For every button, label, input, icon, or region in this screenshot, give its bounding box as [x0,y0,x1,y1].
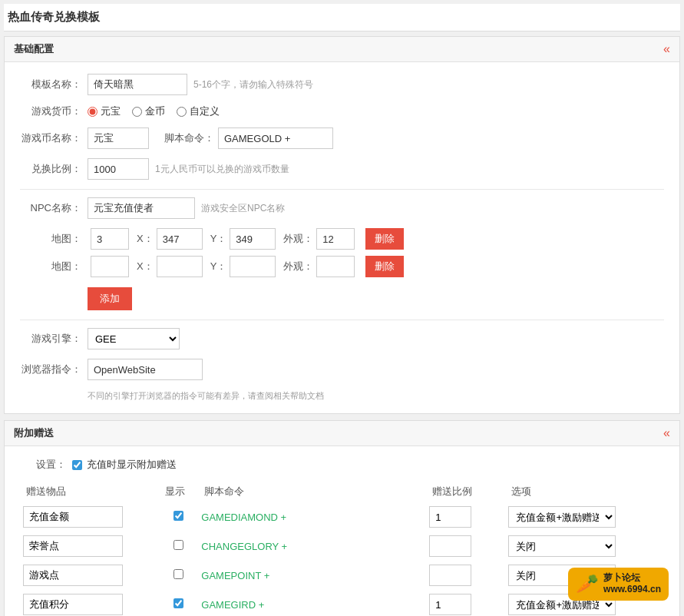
bonus-script-cell-3: GAMEPOINT + [198,561,426,590]
bonus-config-header: 附加赠送 « [5,421,679,446]
exchange-ratio-label: 兑换比例： [20,162,81,176]
x-input-1[interactable] [157,228,203,250]
bonus-ratio-cell-4 [426,590,505,616]
bonus-item-name-cell-3 [20,561,159,590]
bonus-config-collapse-icon[interactable]: « [663,426,670,440]
bonus-display-cell-3 [159,561,199,590]
currency-custom[interactable]: 自定义 [177,104,220,118]
map-row-2: 地图： X： Y： 外观： 删除 [20,256,664,277]
game-currency-row: 游戏货币： 元宝 金币 自定义 [20,104,664,118]
bonus-ratio-input-2[interactable] [429,535,471,557]
x-input-2[interactable] [157,256,203,277]
bonus-option-select-1[interactable]: 充值金额+激励赠送 充值金额 关闭 [508,506,616,528]
basic-config-collapse-icon[interactable]: « [663,42,670,56]
bonus-show-checkbox[interactable] [72,460,82,470]
engine-select[interactable]: GEE WYD MIR [88,328,180,349]
bonus-option-select-2[interactable]: 关闭 充值金额+激励赠送 充值金额 [508,535,616,557]
bonus-script-cmd-2: CHANGEGLORY + [201,541,287,552]
bonus-item-name-input-3[interactable] [23,565,123,586]
browser-hint: 不同的引擎打开浏览器的指令可能有差异，请查阅相关帮助文档 [88,391,324,400]
col-gift-name: 赠送物品 [20,481,159,502]
basic-config-section: 基础配置 « 模板名称： 5-16个字，请勿输入特殊符号 游戏货币： 元宝 [4,36,680,414]
bonus-script-cell-1: GAMEDIAMOND + [198,502,426,532]
bonus-script-cell-2: CHANGEGLORY + [198,532,426,561]
map-row-1: 地图： X： Y： 外观： 删除 [20,228,664,250]
npc-name-row: NPC名称： 游戏安全区NPC名称 [20,197,664,219]
bonus-ratio-input-4[interactable] [429,594,471,615]
currency-yuanbao[interactable]: 元宝 [88,104,121,118]
bonus-settings-label: 设置： [20,458,66,472]
bonus-script-cmd-3: GAMEPOINT + [201,570,269,581]
add-npc-container: 添加 [88,283,664,310]
browser-cmd-label: 浏览器指令： [20,363,81,376]
exchange-ratio-hint: 1元人民币可以兑换的游戏币数量 [155,163,289,176]
bonus-display-cell-1 [159,502,199,532]
currency-radio-group: 元宝 金币 自定义 [88,104,220,118]
x-label-1: X： [137,232,154,246]
currency-jingbi-radio[interactable] [132,107,142,117]
bonus-ratio-cell-2 [426,532,505,561]
appearance-input-1[interactable] [316,228,355,250]
bonus-item-name-input-1[interactable] [23,506,123,528]
currency-name-input[interactable] [88,128,149,149]
bonus-show-checkbox-container: 充值时显示附加赠送 [72,458,177,472]
bonus-item-name-cell-1 [20,502,159,532]
script-cmd-label: 脚本命令： [164,131,214,145]
add-npc-btn[interactable]: 添加 [88,287,132,310]
script-cmd-input[interactable] [218,128,333,149]
bonus-settings-row: 设置： 充值时显示附加赠送 [20,458,664,472]
currency-jingbi-label: 金币 [145,104,165,118]
bonus-ratio-input-3[interactable] [429,565,471,586]
table-row: CHANGEGLORY + 关闭 充值金额+激励赠送 充值金额 [20,532,664,561]
game-currency-label: 游戏货币： [20,104,81,118]
bonus-script-cell-4: GAMEGIRD + [198,590,426,616]
currency-jingbi[interactable]: 金币 [132,104,165,118]
divider-1 [20,189,664,190]
bonus-display-checkbox-4[interactable] [173,598,183,608]
bonus-option-select-4[interactable]: 充值金额+激励赠送 充值金额 关闭 [508,594,616,615]
browser-hint-container: 不同的引擎打开浏览器的指令可能有差异，请查阅相关帮助文档 [88,389,664,402]
bonus-table: 赠送物品 显示 脚本命令 赠送比例 选项 [20,481,664,616]
y-input-1[interactable] [230,228,276,250]
bonus-option-select-3[interactable]: 关闭 充值金额+激励赠送 充值金额 [508,565,616,586]
exchange-ratio-row: 兑换比例： 1元人民币可以兑换的游戏币数量 [20,158,664,180]
map-input-2[interactable] [91,256,129,277]
col-options: 选项 [505,481,664,502]
bonus-item-name-cell-2 [20,532,159,561]
appearance-input-2[interactable] [316,256,355,277]
npc-name-hint: 游戏安全区NPC名称 [201,202,285,215]
bonus-display-cell-4 [159,590,199,616]
bonus-display-checkbox-1[interactable] [173,511,183,521]
bonus-item-name-input-2[interactable] [23,535,123,557]
npc-name-input[interactable] [88,197,195,219]
bonus-header-row: 赠送物品 显示 脚本命令 赠送比例 选项 [20,481,664,502]
delete-btn-1[interactable]: 删除 [365,228,404,250]
template-name-row: 模板名称： 5-16个字，请勿输入特殊符号 [20,74,664,95]
bonus-display-checkbox-3[interactable] [173,569,183,579]
map-label-1: 地图： [20,232,81,246]
map-input-1[interactable] [91,228,129,250]
y-label-1: Y： [210,232,227,246]
exchange-ratio-input[interactable] [88,158,149,180]
map-label-2: 地图： [20,260,81,273]
currency-custom-radio[interactable] [177,107,187,117]
engine-label: 游戏引擎： [20,332,81,346]
template-name-label: 模板名称： [20,78,81,91]
engine-row: 游戏引擎： GEE WYD MIR [20,328,664,349]
bonus-script-cmd-4: GAMEGIRD + [201,599,264,611]
template-name-input[interactable] [88,74,187,95]
delete-btn-2[interactable]: 删除 [365,256,404,277]
currency-yuanbao-label: 元宝 [101,104,121,118]
bonus-ratio-input-1[interactable] [429,506,471,528]
currency-yuanbao-radio[interactable] [88,107,97,117]
bonus-script-cmd-1: GAMEDIAMOND + [201,512,286,523]
bonus-item-name-input-4[interactable] [23,594,123,615]
bonus-config-body: 设置： 充值时显示附加赠送 赠送物品 显示 脚本命令 赠送比例 选项 [5,446,679,616]
y-input-2[interactable] [230,256,276,277]
browser-cmd-input[interactable] [88,359,203,380]
y-label-2: Y： [210,260,227,273]
basic-config-body: 模板名称： 5-16个字，请勿输入特殊符号 游戏货币： 元宝 金币 [5,62,679,413]
bonus-display-checkbox-2[interactable] [173,540,183,550]
template-name-hint: 5-16个字，请勿输入特殊符号 [193,78,313,91]
bonus-item-name-cell-4 [20,590,159,616]
